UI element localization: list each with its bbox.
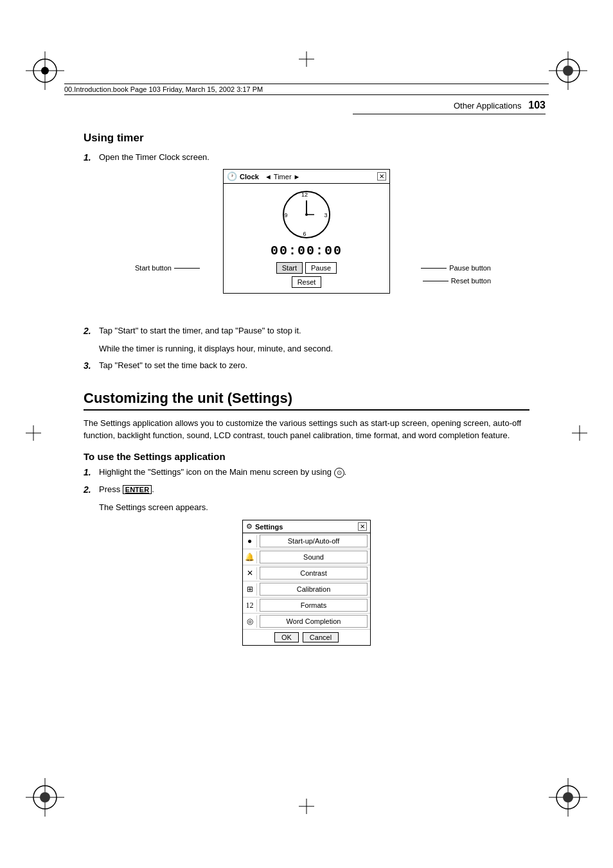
step3-item: 3. Tap "Reset" to set the time back to z… <box>84 360 529 371</box>
svg-point-11 <box>40 792 50 802</box>
settings-cancel-button[interactable]: Cancel <box>303 632 339 642</box>
settings-close-button[interactable]: ✕ <box>358 522 367 531</box>
reset-button-line <box>423 281 449 281</box>
pause-button-line <box>421 268 447 269</box>
main-content: Using timer 1. Open the Timer Clock scre… <box>84 119 529 652</box>
settings-row-label-4[interactable]: Formats <box>260 599 368 612</box>
header-filename: 00.Introduction.book Page 103 Friday, Ma… <box>64 85 549 93</box>
settings-appears-text: The Settings screen appears. <box>99 501 529 514</box>
step1-num: 1. <box>84 152 99 163</box>
timer-close-button[interactable]: ✕ <box>377 172 386 181</box>
svg-text:12: 12 <box>301 191 308 198</box>
mid-mark-top <box>299 51 314 69</box>
svg-point-7 <box>563 66 573 76</box>
settings-screenshot: ⚙ Settings ✕ ●Start-up/Auto-off🔔Sound✕Co… <box>242 520 371 646</box>
settings-row-icon-2: ✕ <box>243 567 257 580</box>
timer-title-bar: 🕐 Clock ◄ Timer ► ✕ <box>224 170 389 184</box>
pause-button[interactable]: Pause <box>305 262 337 274</box>
section-name: Other Applications <box>454 101 522 111</box>
section1-heading: Using timer <box>84 132 529 145</box>
start-button-label: Start button <box>135 264 172 272</box>
settings-row-0[interactable]: ●Start-up/Auto-off <box>243 533 370 549</box>
step1-text: Open the Timer Clock screen. <box>99 152 529 163</box>
mid-mark-right <box>572 425 587 443</box>
timer-reset-row: Reset <box>229 276 384 288</box>
step3-num: 3. <box>84 360 99 371</box>
start-button-line <box>174 268 200 269</box>
settings-row-3[interactable]: ⊞Calibration <box>243 581 370 598</box>
timer-screenshot: 🕐 Clock ◄ Timer ► ✕ 12 3 <box>223 169 390 294</box>
enter-key: ENTER <box>123 485 152 494</box>
settings-row-label-3[interactable]: Calibration <box>260 583 368 596</box>
svg-text:3: 3 <box>324 212 327 218</box>
reset-button-label: Reset button <box>451 277 491 285</box>
timer-nav: ◄ Timer ► <box>265 173 300 181</box>
settings-row-icon-1: 🔔 <box>243 551 257 563</box>
timer-buttons-row: Start Pause <box>229 262 384 274</box>
nav-left-arrow[interactable]: ◄ <box>265 173 272 181</box>
settings-step1-num: 1. <box>84 467 99 478</box>
settings-row-label-5[interactable]: Word Completion <box>260 615 368 628</box>
step1-item: 1. Open the Timer Clock screen. <box>84 152 529 163</box>
clock-icon: 🕐 <box>227 172 237 181</box>
settings-step2-text: Press ENTER. <box>99 484 529 495</box>
corner-mark-bl <box>26 778 64 817</box>
step3-text: Tap "Reset" to set the time back to zero… <box>99 360 529 371</box>
settings-step2-num: 2. <box>84 484 99 495</box>
svg-text:9: 9 <box>284 212 287 218</box>
clock-face: 12 3 6 9 <box>281 189 332 240</box>
settings-ok-button[interactable]: OK <box>274 632 299 642</box>
sub-section-heading: To use the Settings application <box>84 451 529 462</box>
settings-icon: ⚙ <box>246 522 253 531</box>
settings-row-4[interactable]: 12Formats <box>243 598 370 614</box>
page-number: 103 <box>528 100 546 111</box>
annotation-start-button: Start button <box>135 264 200 272</box>
corner-mark-br <box>549 778 587 817</box>
settings-row-icon-3: ⊞ <box>243 583 257 596</box>
settings-step1-item: 1. Highlight the "Settings" icon on the … <box>84 467 529 478</box>
settings-row-label-2[interactable]: Contrast <box>260 567 368 580</box>
settings-row-2[interactable]: ✕Contrast <box>243 565 370 581</box>
mid-mark-left <box>26 425 41 443</box>
nav-circle-icon: ⊙ <box>334 468 344 478</box>
start-button[interactable]: Start <box>276 262 303 274</box>
timer-body: 12 3 6 9 00:00:00 Start Pause <box>224 184 389 293</box>
step2-num: 2. <box>84 326 99 336</box>
section2-heading: Customizing the unit (Settings) <box>84 390 292 406</box>
svg-point-3 <box>41 67 49 75</box>
timer-display: 00:00:00 <box>229 244 384 258</box>
settings-footer: OK Cancel <box>243 630 370 645</box>
nav-right-arrow[interactable]: ► <box>294 173 301 181</box>
section2-heading-container: Customizing the unit (Settings) <box>84 390 529 411</box>
timer-title-text: Clock <box>240 173 259 181</box>
step2-detail: While the timer is running, it displays … <box>99 342 529 355</box>
settings-row-5[interactable]: ◎Word Completion <box>243 614 370 630</box>
corner-mark-tr <box>549 51 587 90</box>
annotation-pause-button: Pause button <box>421 264 491 272</box>
settings-title-text: Settings <box>255 523 283 531</box>
mid-mark-bottom <box>299 799 314 817</box>
settings-rows: ●Start-up/Auto-off🔔Sound✕Contrast⊞Calibr… <box>243 533 370 630</box>
reset-button[interactable]: Reset <box>292 276 322 288</box>
svg-point-31 <box>305 213 308 216</box>
settings-row-icon-0: ● <box>243 535 257 547</box>
settings-row-icon-5: ◎ <box>243 616 257 628</box>
settings-title-bar: ⚙ Settings ✕ <box>243 520 370 533</box>
step2-item: 2. Tap "Start" to start the timer, and t… <box>84 326 529 336</box>
nav-mode-label: Timer <box>274 173 292 181</box>
settings-row-icon-4: 12 <box>243 599 257 612</box>
step2-text: Tap "Start" to start the timer, and tap … <box>99 326 529 336</box>
settings-step1-text: Highlight the "Settings" icon on the Mai… <box>99 467 529 478</box>
svg-point-15 <box>563 792 573 802</box>
section2-description: The Settings application allows you to c… <box>84 417 529 442</box>
settings-step2-item: 2. Press ENTER. <box>84 484 529 495</box>
header-bar: 00.Introduction.book Page 103 Friday, Ma… <box>64 84 549 95</box>
svg-text:6: 6 <box>303 231 306 237</box>
pause-button-label: Pause button <box>449 264 491 272</box>
corner-mark-tl <box>26 51 64 90</box>
annotation-reset-button: Reset button <box>423 277 491 285</box>
settings-row-label-0[interactable]: Start-up/Auto-off <box>260 535 368 547</box>
settings-row-1[interactable]: 🔔Sound <box>243 549 370 565</box>
page-header-right: Other Applications 103 <box>353 100 546 114</box>
settings-row-label-1[interactable]: Sound <box>260 551 368 563</box>
